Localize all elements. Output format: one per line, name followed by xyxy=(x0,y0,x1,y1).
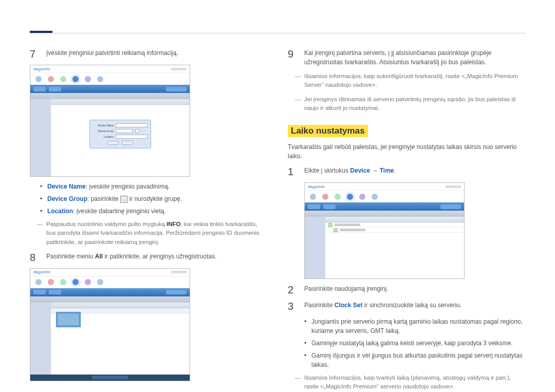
step-number: 3 xyxy=(288,301,296,312)
more-icon: … xyxy=(120,196,127,203)
header-rule xyxy=(30,33,525,33)
step-text: Pasirinkite meniu All ir patikrinkite, a… xyxy=(46,252,267,263)
step-1-time: 1 Eikite į skirtukus Device → Time. xyxy=(288,166,525,177)
shot-logo: MagicInfo xyxy=(33,67,50,71)
device-thumbnail xyxy=(56,312,81,327)
bullet-device-name: Device Name: įveskite įrenginio pavadini… xyxy=(40,182,267,191)
note-9b: Jei įrenginys ištrinamas iš serverio pat… xyxy=(304,95,525,113)
intro-text: Tvarkaraštis gali nebūti paleistas, jei … xyxy=(288,142,525,161)
kw: Location xyxy=(47,208,73,215)
content-columns: 7 Įveskite įrenginiui patvirtinti reikia… xyxy=(30,48,525,392)
txt2: ir nurodykite grupę. xyxy=(127,195,182,202)
note-pre: Paspaudus nuotolinio valdymo pulto mygtu… xyxy=(46,221,166,227)
step-3-time: 3 Pasirinkite Clock Set ir sinchronizuok… xyxy=(288,301,525,312)
bullet-location: Location: įveskite dabartinę įrenginio v… xyxy=(40,207,267,216)
bullet-change: Gaminyje nustatytą laiką galima keisti s… xyxy=(304,339,525,348)
txt2: ir patikrinkite, ar įrenginys užregistru… xyxy=(103,253,216,260)
step-7: 7 Įveskite įrenginiui patvirtinti reikia… xyxy=(30,48,267,60)
screenshot-device-approval: MagicInfo Device Name Device Group… Loca… xyxy=(30,65,190,177)
arrow: → xyxy=(370,167,380,174)
note-step7: Paspaudus nuotolinio valdymo pulto mygtu… xyxy=(46,220,267,247)
txt2: . xyxy=(394,167,396,174)
txt2: ir sinchronizuokite laiką su serveriu. xyxy=(362,302,461,309)
step-text: Įveskite įrenginiui patvirtinti reikiamą… xyxy=(46,48,267,60)
step7-bullets: Device Name: įveskite įrenginio pavadini… xyxy=(40,182,267,216)
txt: Pasirinkite meniu xyxy=(46,253,95,260)
step-9: 9 Kai įrenginį patvirtina serveris, į jį… xyxy=(288,48,525,67)
step-text: Pasirinkite naudojamą įrenginį. xyxy=(304,284,525,295)
step-2-time: 2 Pasirinkite naudojamą įrenginį. xyxy=(288,284,525,295)
approval-dialog: Device Name Device Group… Location xyxy=(89,120,151,148)
txt: Eikite į skirtukus xyxy=(304,167,350,174)
step-text: Eikite į skirtukus Device → Time. xyxy=(304,166,525,177)
txt: : įveskite dabartinę įrenginio vietą. xyxy=(73,208,166,215)
shot-logo: MagicInfo xyxy=(308,185,325,189)
kw: All xyxy=(95,253,103,260)
bullet-gmt: Jungiantis prie serverio pirmą kartą gam… xyxy=(304,317,525,335)
left-column: 7 Įveskite įrenginiui patvirtinti reikia… xyxy=(30,48,267,392)
screenshot-device-all: MagicInfo xyxy=(30,268,190,381)
note-9a: Išsamios informacijos, kaip sukonfigūruo… xyxy=(304,72,525,90)
section-heading-time: Laiko nustatymas xyxy=(288,125,368,137)
step-number: 9 xyxy=(288,48,296,67)
kw: Device Name xyxy=(47,183,86,190)
right-column: 9 Kai įrenginį patvirtina serveris, į jį… xyxy=(288,48,525,392)
step-text: Pasirinkite Clock Set ir sinchronizuokit… xyxy=(304,301,525,312)
bullet-restore: Gaminį išjungus ir vėl įjungus bus atkur… xyxy=(304,351,525,369)
time-bullets: Jungiantis prie serverio pirmą kartą gam… xyxy=(304,317,525,369)
step-number: 7 xyxy=(30,48,38,60)
step-text: Kai įrenginį patvirtina serveris, į jį a… xyxy=(304,48,525,67)
bullet-device-group: Device Group: pasirinkite … ir nurodykit… xyxy=(40,194,267,203)
step-8: 8 Pasirinkite meniu All ir patikrinkite,… xyxy=(30,252,267,263)
kw: Clock Set xyxy=(335,302,363,309)
txt: : pasirinkite xyxy=(87,195,120,202)
step-number: 2 xyxy=(288,284,296,295)
txt: : įveskite įrenginio pavadinimą. xyxy=(86,183,170,190)
shot-logo: MagicInfo xyxy=(33,270,50,274)
step-number: 1 xyxy=(288,166,296,177)
kw1: Device xyxy=(350,167,370,174)
txt: Pasirinkite xyxy=(304,302,335,309)
note-bold: INFO xyxy=(166,221,180,227)
screenshot-device-time: MagicInfo xyxy=(304,182,465,279)
kw2: Time xyxy=(380,167,394,174)
step-number: 8 xyxy=(30,252,38,263)
note-end: Išsamios informacijos, kaip tvarkyti lai… xyxy=(304,374,525,391)
kw: Device Group xyxy=(47,195,87,202)
